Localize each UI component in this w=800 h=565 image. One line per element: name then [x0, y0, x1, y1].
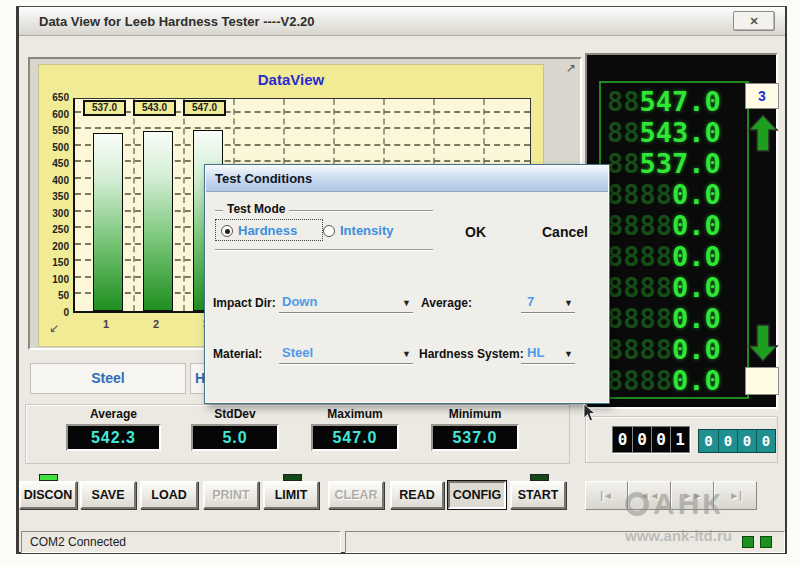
led-row: 88880.0 [607, 365, 747, 396]
y-axis-tick-label: 100 [39, 274, 69, 285]
nav-first-button[interactable]: |◄ [585, 481, 628, 510]
toolbar-button-load[interactable]: LOAD [140, 481, 198, 509]
y-axis-tick-label: 500 [39, 142, 69, 153]
average-combobox[interactable]: 7 ▼ [521, 294, 575, 313]
counter-digit: 0 [632, 427, 651, 452]
y-axis-tick-label: 250 [39, 224, 69, 235]
led-value: 0.0 [672, 365, 721, 396]
counter-secondary: 0000 [698, 429, 776, 453]
counter-digit: 0 [718, 430, 737, 452]
close-button[interactable]: ✕ [733, 11, 775, 31]
impact-dir-combobox[interactable]: Down ▼ [279, 294, 413, 313]
led-row: 88880.0 [607, 334, 747, 365]
indicator-led-discon-icon [39, 474, 58, 481]
led-value: 547.0 [640, 86, 721, 117]
toolbar-button-print[interactable]: PRINT [203, 481, 259, 509]
dropdown-arrow-icon[interactable]: ▼ [402, 349, 411, 359]
scroll-down-button[interactable] [747, 323, 779, 363]
led-row: 88547.0 [607, 86, 747, 117]
scroll-up-button[interactable] [747, 113, 779, 153]
material-label: Material: [213, 347, 262, 361]
stat-maximum-value: 547.0 [311, 424, 399, 451]
dropdown-arrow-icon[interactable]: ▼ [402, 298, 411, 308]
gridline-vertical-icon [183, 99, 185, 311]
average-value: 7 [527, 294, 534, 309]
ok-button[interactable]: OK [465, 224, 486, 240]
led-value: 0.0 [672, 334, 721, 365]
chart-bar [93, 133, 123, 311]
led-ghost-digits: 8888 [607, 365, 672, 396]
cancel-button[interactable]: Cancel [542, 224, 588, 240]
led-row: 88880.0 [607, 303, 747, 334]
stat-average-value: 542.3 [66, 424, 161, 451]
dropdown-arrow-icon[interactable]: ▼ [564, 298, 573, 308]
bar-value-label: 537.0 [83, 100, 126, 116]
nav-prev-button[interactable]: ◄◄ [628, 481, 671, 510]
led-value: 543.0 [640, 117, 721, 148]
y-axis-tick-label: 150 [39, 257, 69, 268]
hardness-system-combobox[interactable]: HL ▼ [521, 345, 575, 364]
toolbar-button-discon[interactable]: DISCON [19, 481, 77, 509]
radio-hardness[interactable] [221, 225, 233, 237]
app-window: Data View for Leeb Hardness Tester ----V… [16, 6, 787, 554]
client-area: DataView ↙ 05010015020025030035040045050… [19, 37, 785, 552]
status-led-2-icon [760, 536, 772, 548]
y-axis-tick-label: 400 [39, 175, 69, 186]
toolbar-button-save[interactable]: SAVE [80, 481, 136, 509]
counter-digit: 0 [756, 430, 775, 452]
material-combobox[interactable]: Steel ▼ [279, 345, 413, 364]
indicator-led-start-icon [530, 474, 549, 481]
stat-stddev-value: 5.0 [191, 424, 279, 451]
radio-hardness-label[interactable]: Hardness [238, 223, 297, 238]
stat-average-label: Average [66, 407, 161, 423]
impact-dir-label: Impact Dir: [213, 296, 276, 310]
impact-dir-value: Down [282, 294, 317, 309]
index-bottom-box [745, 367, 779, 395]
nav-last-button[interactable]: ►| [714, 481, 757, 510]
counter-panel: 0001 0000 [585, 416, 778, 463]
y-axis-tick-label: 300 [39, 208, 69, 219]
title-bar: Data View for Leeb Hardness Tester ----V… [19, 7, 785, 36]
radio-intensity[interactable] [323, 225, 335, 237]
y-axis-tick-label: 550 [39, 125, 69, 136]
up-arrow-icon [747, 113, 779, 153]
counter-digit: 1 [670, 427, 689, 452]
led-ghost-digits: 88 [607, 148, 640, 179]
dialog-title-bar[interactable]: Test Conditions [206, 166, 608, 192]
toolbar-button-limit[interactable]: LIMIT [263, 481, 319, 509]
y-axis-tick-label: 450 [39, 158, 69, 169]
chart-title: DataView [39, 71, 543, 88]
y-axis-tick-label: 600 [39, 109, 69, 120]
window-title: Data View for Leeb Hardness Tester ----V… [39, 7, 315, 36]
hardness-system-value: HL [527, 345, 544, 360]
led-ghost-digits: 8888 [607, 272, 672, 303]
led-value: 0.0 [672, 241, 721, 272]
led-row: 88880.0 [607, 179, 747, 210]
led-ghost-digits: 8888 [607, 179, 672, 210]
toolbar-button-read[interactable]: READ [390, 481, 444, 509]
toolbar-button-clear[interactable]: CLEAR [328, 481, 384, 509]
stats-panel: Average 542.3 StdDev 5.0 Maximum 547.0 M… [25, 404, 570, 464]
stat-minimum-value: 537.0 [431, 424, 519, 451]
close-icon: ✕ [749, 15, 758, 27]
led-panel: 88547.088543.088537.088880.088880.088880… [585, 53, 778, 409]
hardness-system-label: Hardness System: [419, 347, 524, 361]
mouse-cursor-icon [583, 403, 597, 423]
material-value: Steel [282, 345, 313, 360]
down-arrow-icon [747, 323, 779, 363]
tab-steel[interactable]: Steel [30, 363, 186, 394]
nav-next-button[interactable]: ►► [671, 481, 714, 510]
radio-intensity-label[interactable]: Intensity [340, 223, 393, 238]
y-axis-tick-label: 50 [39, 290, 69, 301]
led-row: 88880.0 [607, 272, 747, 303]
nav-buttons: |◄◄◄►►►| [585, 481, 759, 510]
toolbar-button-config[interactable]: CONFIG [448, 481, 506, 509]
y-axis-tick-label: 650 [39, 92, 69, 103]
toolbar-button-start[interactable]: START [510, 481, 566, 509]
led-ghost-digits: 8888 [607, 303, 672, 334]
resize-ne-icon: ↗ [566, 61, 576, 75]
led-ghost-digits: 8888 [607, 241, 672, 272]
dropdown-arrow-icon[interactable]: ▼ [564, 349, 573, 359]
led-ghost-digits: 8888 [607, 210, 672, 241]
x-axis-tick-label: 2 [141, 318, 171, 330]
